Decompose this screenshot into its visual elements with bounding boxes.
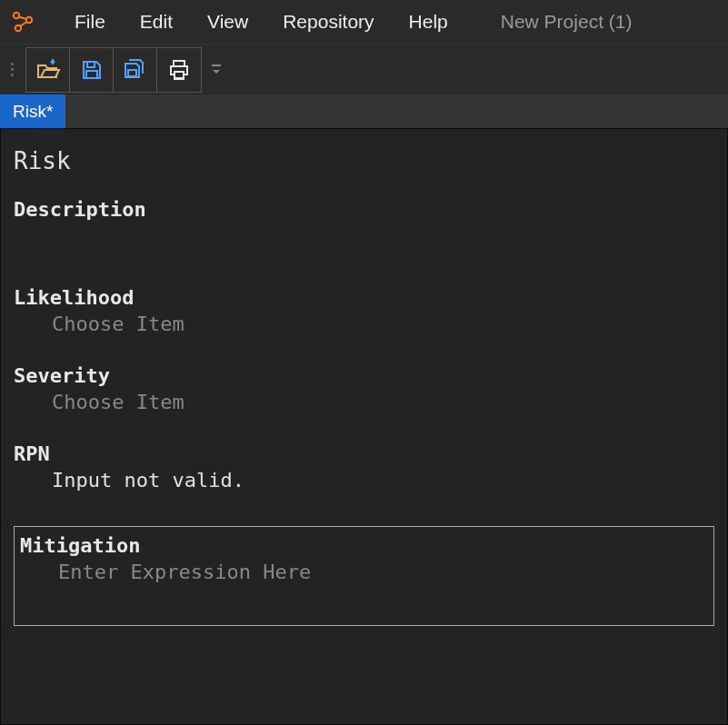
rpn-value: Input not valid.: [14, 465, 714, 513]
page-title: Risk: [14, 147, 714, 174]
svg-point-1: [26, 17, 32, 23]
menu-help[interactable]: Help: [394, 5, 463, 38]
app-logo-icon: [9, 8, 36, 35]
toolbar-group: [25, 47, 202, 93]
save-all-icon: [123, 57, 148, 83]
print-icon: [167, 58, 191, 82]
project-name-label: New Project (1): [501, 11, 633, 33]
svg-rect-5: [87, 62, 95, 67]
toolbar-overflow-button[interactable]: [211, 64, 222, 76]
open-button[interactable]: [26, 48, 70, 92]
mitigation-input[interactable]: Enter Expression Here: [20, 557, 708, 589]
menu-file[interactable]: File: [60, 5, 120, 38]
description-input[interactable]: [14, 221, 714, 279]
mitigation-label: Mitigation: [20, 534, 708, 557]
chevron-down-icon: [211, 64, 222, 76]
severity-label: Severity: [14, 364, 714, 387]
menu-edit[interactable]: Edit: [125, 5, 187, 38]
tab-risk[interactable]: Risk*: [0, 94, 65, 128]
svg-rect-7: [128, 70, 136, 76]
svg-rect-10: [212, 65, 221, 66]
form-panel: Risk Description Likelihood Choose Item …: [0, 129, 728, 725]
save-icon: [80, 58, 104, 82]
svg-point-0: [14, 13, 19, 18]
likelihood-select[interactable]: Choose Item: [14, 309, 714, 357]
description-label: Description: [14, 198, 714, 221]
open-folder-icon: [35, 57, 61, 83]
menubar: File Edit View Repository Help New Proje…: [0, 0, 728, 44]
save-button[interactable]: [70, 48, 114, 92]
rpn-label: RPN: [14, 442, 714, 465]
svg-rect-9: [175, 72, 184, 78]
print-button[interactable]: [157, 48, 201, 92]
menu-repository[interactable]: Repository: [268, 5, 388, 38]
tabbar: Risk*: [0, 94, 728, 129]
toolbar: [0, 44, 728, 94]
svg-line-4: [20, 22, 27, 26]
save-all-button[interactable]: [114, 48, 157, 92]
severity-select[interactable]: Choose Item: [14, 387, 714, 435]
svg-rect-6: [86, 71, 97, 78]
svg-line-3: [19, 17, 27, 20]
likelihood-label: Likelihood: [14, 286, 714, 309]
mitigation-block[interactable]: Mitigation Enter Expression Here: [14, 526, 714, 626]
menu-view[interactable]: View: [193, 5, 263, 38]
toolbar-drag-handle-icon[interactable]: [7, 55, 20, 85]
